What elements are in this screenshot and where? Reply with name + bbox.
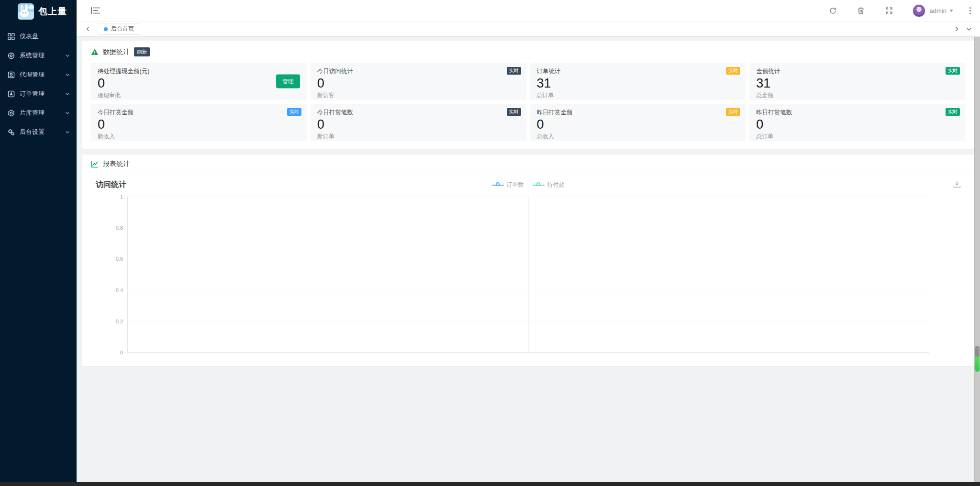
sidebar-item-label: 订单管理 [20, 89, 65, 98]
collapse-menu-icon[interactable] [91, 7, 100, 14]
app-window: 包上量 仪表盘 系统管理 代理管理 订单管理 [0, 0, 980, 486]
page-scrollbar[interactable] [974, 37, 980, 482]
manage-button[interactable]: 管理 [276, 75, 300, 88]
page-content: 数据统计 刷新 待处理提现金额(元) 0 提现审批 管理 今日访问统计 0 新访… [77, 37, 980, 486]
sidebar-item-label: 仪表盘 [20, 32, 70, 41]
agent-icon [8, 71, 15, 78]
stat-footer: 提现审批 [98, 91, 300, 99]
report-panel-title: 报表统计 [103, 160, 130, 168]
stat-value: 0 [98, 117, 300, 132]
more-options-icon[interactable] [969, 7, 971, 14]
tabs-menu-icon[interactable] [963, 23, 975, 35]
legend-marker-icon [492, 183, 504, 188]
stat-title: 今日访问统计 [317, 67, 520, 76]
stat-footer: 总订单 [537, 91, 739, 99]
y-axis-tick: 1 [120, 194, 123, 199]
stat-footer: 新订单 [317, 133, 520, 141]
user-name: admin [930, 7, 947, 14]
chart-plot-area: 1 0.8 0.6 0.4 0.2 0 [127, 197, 929, 353]
stat-title: 待处理提现金额(元) [98, 67, 300, 76]
sidebar-item-label: 后台设置 [20, 128, 65, 136]
sidebar-item-orders[interactable]: 订单管理 [0, 84, 77, 103]
stat-value: 0 [537, 117, 739, 132]
legend-marker-icon [533, 183, 545, 188]
stat-footer: 新收入 [98, 133, 300, 141]
chart-legend: 订单数 待付款 [492, 181, 565, 189]
legend-item-pending[interactable]: 待付款 [533, 181, 565, 189]
refresh-badge[interactable]: 刷新 [134, 47, 150, 56]
sidebar-item-settings[interactable]: 后台设置 [0, 122, 77, 142]
realtime-badge: 实时 [726, 67, 740, 75]
stat-title: 今日打赏金额 [98, 109, 300, 117]
y-axis-tick: 0.2 [116, 319, 123, 324]
sidebar-item-agent[interactable]: 代理管理 [0, 65, 77, 84]
tabs-scroll-right-icon[interactable] [950, 23, 963, 35]
legend-item-orders[interactable]: 订单数 [492, 181, 524, 189]
stat-card-yesterday-reward-count: 昨日打赏笔数 0 总订单 实时 [749, 104, 965, 141]
stat-value: 0 [756, 117, 958, 132]
tab-bar: 后台首页 [77, 21, 980, 37]
report-panel: 报表统计 访问统计 订单数 待付款 [82, 155, 974, 366]
stat-value: 0 [98, 76, 300, 91]
y-axis-tick: 0.4 [116, 287, 123, 293]
stat-footer: 总订单 [756, 133, 958, 141]
top-header: admin [77, 0, 980, 21]
stat-card-withdraw: 待处理提现金额(元) 0 提现审批 管理 [91, 63, 307, 100]
gridline-vertical [528, 197, 529, 352]
fullscreen-icon[interactable] [885, 7, 893, 15]
stat-card-yesterday-reward-amount: 昨日打赏金额 0 总收入 实时 [530, 104, 746, 141]
realtime-badge: 实时 [507, 108, 521, 116]
legend-label: 订单数 [507, 181, 524, 189]
stat-card-orders: 订单统计 31 总订单 实时 [530, 63, 746, 100]
realtime-badge: 实时 [507, 67, 521, 75]
stat-cards-grid: 待处理提现金额(元) 0 提现审批 管理 今日访问统计 0 新访客 实时 订单统… [91, 63, 965, 141]
warning-icon [91, 48, 99, 55]
main-area: admin 后台首页 [77, 0, 980, 486]
system-icon [8, 52, 15, 59]
tab-home[interactable]: 后台首页 [98, 23, 140, 35]
sidebar-item-label: 片库管理 [20, 109, 65, 117]
chevron-down-icon [65, 72, 70, 77]
stat-footer: 总金额 [756, 91, 958, 99]
tabs-scroll-left-icon[interactable] [81, 23, 94, 35]
sidebar-item-library[interactable]: 片库管理 [0, 103, 77, 122]
stat-card-today-visits: 今日访问统计 0 新访客 实时 [311, 63, 526, 100]
window-bottom-edge [0, 482, 980, 486]
chevron-down-icon [65, 53, 70, 58]
stat-value: 0 [317, 76, 520, 91]
stats-panel-header: 数据统计 刷新 [91, 47, 965, 56]
stat-title: 今日打赏笔数 [317, 109, 520, 117]
sidebar-item-system[interactable]: 系统管理 [0, 46, 77, 65]
stat-title: 金额统计 [756, 67, 958, 76]
user-menu[interactable]: admin [913, 4, 953, 17]
stat-title: 昨日打赏笔数 [756, 109, 958, 117]
chart-canvas [127, 197, 929, 353]
tab-label: 后台首页 [111, 25, 134, 33]
sidebar-item-dashboard[interactable]: 仪表盘 [0, 27, 77, 46]
stat-title: 订单统计 [537, 67, 739, 76]
stat-card-today-reward-count: 今日打赏笔数 0 新订单 实时 [311, 104, 526, 141]
refresh-icon[interactable] [829, 7, 837, 15]
dashboard-icon [8, 33, 15, 40]
stat-value: 31 [537, 76, 739, 91]
scrollbar-thumb[interactable] [975, 346, 980, 372]
chevron-down-icon [65, 130, 70, 134]
stat-card-amount: 金额统计 31 总金额 实时 [749, 63, 965, 100]
sidebar-menu: 仪表盘 系统管理 代理管理 订单管理 片库管理 [0, 27, 77, 142]
y-axis-tick: 0.6 [116, 256, 123, 262]
order-icon [8, 90, 15, 98]
caret-down-icon [949, 10, 953, 12]
report-panel-body: 访问统计 订单数 待付款 [82, 174, 974, 366]
download-chart-icon[interactable] [953, 180, 961, 188]
user-avatar [913, 4, 925, 17]
realtime-badge: 实时 [287, 108, 301, 116]
line-chart-icon [91, 160, 99, 168]
chevron-down-icon [65, 110, 70, 115]
stat-value: 31 [756, 76, 958, 91]
trash-icon[interactable] [857, 7, 865, 15]
sidebar-item-label: 代理管理 [20, 70, 65, 79]
logo-row[interactable]: 包上量 [0, 0, 77, 23]
stat-card-today-reward-amount: 今日打赏金额 0 新收入 实时 [91, 104, 307, 141]
realtime-badge: 实时 [946, 108, 960, 116]
stat-footer: 总收入 [537, 133, 739, 141]
